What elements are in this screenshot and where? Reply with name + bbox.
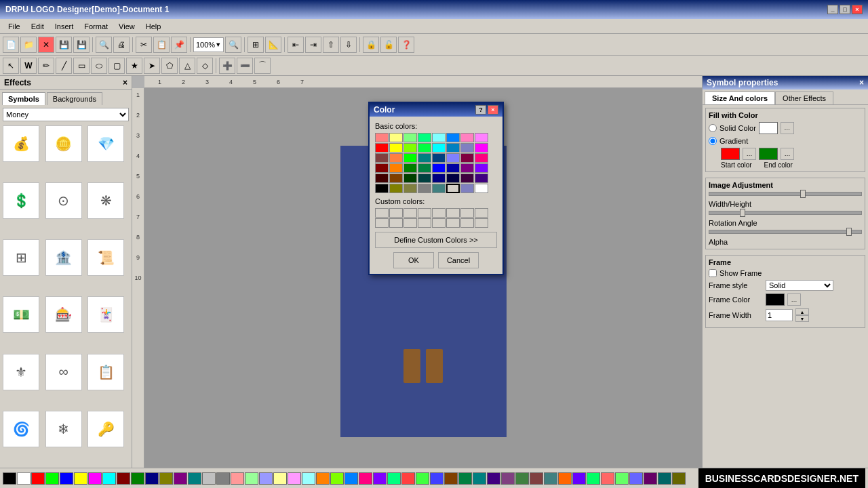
palette-color[interactable] xyxy=(401,472,415,485)
gradient-start-btn[interactable]: … xyxy=(743,148,756,160)
align-left-button[interactable]: ⇤ xyxy=(288,37,304,53)
color-cell[interactable] xyxy=(460,163,474,173)
gradient-end-color[interactable] xyxy=(759,148,778,160)
palette-color[interactable] xyxy=(216,472,230,485)
color-cell[interactable] xyxy=(403,163,417,173)
color-cell[interactable] xyxy=(375,184,389,193)
palette-color[interactable] xyxy=(615,472,629,485)
color-cell[interactable] xyxy=(375,163,389,173)
list-item[interactable]: 💰 xyxy=(3,125,39,162)
color-cell[interactable] xyxy=(418,153,431,163)
palette-color[interactable] xyxy=(530,472,543,485)
paste-button[interactable]: 📌 xyxy=(171,37,187,53)
color-cell[interactable] xyxy=(460,143,474,152)
custom-color-cell[interactable] xyxy=(403,208,417,218)
list-item[interactable]: 🪙 xyxy=(45,125,82,162)
list-item[interactable]: 🃏 xyxy=(87,296,124,333)
custom-color-cell[interactable] xyxy=(475,208,488,218)
palette-color[interactable] xyxy=(88,472,102,485)
color-cell[interactable] xyxy=(403,184,417,193)
cut-button[interactable]: ✂ xyxy=(136,37,152,53)
palette-color[interactable] xyxy=(359,472,372,485)
palette-color[interactable] xyxy=(245,472,258,485)
color-cell[interactable] xyxy=(446,174,460,183)
list-item[interactable]: ⚜ xyxy=(3,354,39,390)
close-file-button[interactable]: ✕ xyxy=(38,37,54,53)
custom-color-cell[interactable] xyxy=(460,218,474,228)
palette-color[interactable] xyxy=(430,472,443,485)
list-item[interactable]: 📋 xyxy=(87,354,124,390)
list-item[interactable]: ❄ xyxy=(45,411,82,447)
define-custom-colors-button[interactable]: Define Custom Colors >> xyxy=(375,232,497,248)
palette-color[interactable] xyxy=(117,472,130,485)
menu-file[interactable]: File xyxy=(3,21,26,32)
palette-color[interactable] xyxy=(473,472,486,485)
palette-color[interactable] xyxy=(31,472,45,485)
new-button[interactable]: 📄 xyxy=(3,37,19,53)
color-cell[interactable] xyxy=(446,133,460,142)
category-select[interactable]: Money xyxy=(3,108,129,121)
palette-color[interactable] xyxy=(487,472,500,485)
palette-color[interactable] xyxy=(501,472,515,485)
color-cell[interactable] xyxy=(460,133,474,142)
arc-tool[interactable]: ⌒ xyxy=(254,58,271,74)
print-button[interactable]: 🖨 xyxy=(113,37,130,53)
gradient-radio[interactable] xyxy=(709,137,717,145)
custom-color-cell[interactable] xyxy=(475,218,488,228)
palette-color[interactable] xyxy=(273,472,287,485)
custom-color-cell[interactable] xyxy=(389,218,403,228)
frame-color-box[interactable] xyxy=(766,293,785,306)
arrow-tool[interactable]: ➤ xyxy=(144,58,160,74)
palette-color[interactable] xyxy=(458,472,472,485)
color-cell[interactable] xyxy=(418,184,431,193)
tab-backgrounds[interactable]: Backgrounds xyxy=(47,92,102,105)
color-cell[interactable] xyxy=(475,174,488,183)
color-cell-selected[interactable] xyxy=(446,184,460,193)
zoom-out-tool[interactable]: ➖ xyxy=(237,58,253,74)
tab-symbols[interactable]: Symbols xyxy=(2,92,45,105)
color-cell[interactable] xyxy=(475,133,488,142)
palette-color[interactable] xyxy=(644,472,657,485)
zoom-in-tool[interactable]: ➕ xyxy=(219,58,235,74)
custom-color-cell[interactable] xyxy=(375,208,389,218)
unlock-button[interactable]: 🔓 xyxy=(380,37,397,53)
save-as-button[interactable]: 💾 xyxy=(73,37,90,53)
gradient-start-color[interactable] xyxy=(721,148,740,160)
palette-color[interactable] xyxy=(629,472,643,485)
color-cell[interactable] xyxy=(446,143,460,152)
align-bottom-button[interactable]: ⇩ xyxy=(340,37,357,53)
dialog-close-btn[interactable]: × xyxy=(488,105,498,115)
color-cell[interactable] xyxy=(403,143,417,152)
zoom-box[interactable]: 100% ▼ xyxy=(193,37,224,52)
palette-color[interactable] xyxy=(544,472,557,485)
palette-color[interactable] xyxy=(601,472,614,485)
color-cell[interactable] xyxy=(475,143,488,152)
color-cell[interactable] xyxy=(389,163,403,173)
symbol-properties-close-icon[interactable]: × xyxy=(859,78,864,87)
color-cell[interactable] xyxy=(460,153,474,163)
color-cell[interactable] xyxy=(432,133,446,142)
width-height-track[interactable] xyxy=(709,192,862,196)
align-right-button[interactable]: ⇥ xyxy=(305,37,321,53)
lock-button[interactable]: 🔒 xyxy=(363,37,379,53)
palette-color[interactable] xyxy=(231,472,244,485)
frame-style-select[interactable]: Solid xyxy=(766,280,833,291)
list-item[interactable]: 💵 xyxy=(3,296,39,333)
palette-color[interactable] xyxy=(74,472,87,485)
triangle-tool[interactable]: △ xyxy=(179,58,195,74)
palette-color[interactable] xyxy=(373,472,387,485)
pencil-tool[interactable]: ✏ xyxy=(38,58,54,74)
alpha-track[interactable] xyxy=(709,230,862,234)
text-tool[interactable]: W xyxy=(20,58,37,74)
help-tool-button[interactable]: ❓ xyxy=(398,37,414,53)
print-preview-button[interactable]: 🔍 xyxy=(96,37,112,53)
color-cell[interactable] xyxy=(475,184,488,193)
list-item[interactable]: 💲 xyxy=(3,182,39,219)
close-button[interactable]: × xyxy=(852,5,863,14)
palette-color[interactable] xyxy=(558,472,572,485)
menu-help[interactable]: Help xyxy=(140,21,167,32)
color-cell[interactable] xyxy=(446,163,460,173)
palette-color[interactable] xyxy=(587,472,600,485)
list-item[interactable]: 🏦 xyxy=(45,239,82,276)
color-cell[interactable] xyxy=(403,153,417,163)
